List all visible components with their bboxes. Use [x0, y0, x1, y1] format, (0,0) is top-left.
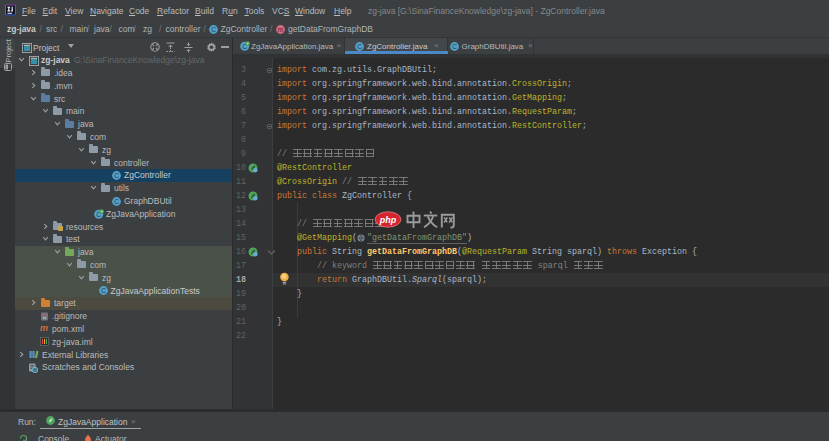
svg-text:C: C: [357, 42, 362, 49]
svg-text:C: C: [211, 25, 216, 32]
svg-text:C: C: [114, 172, 119, 179]
svg-text:m: m: [278, 25, 283, 32]
svg-text:C: C: [452, 42, 457, 49]
svg-text:php: php: [379, 215, 397, 225]
svg-text:C: C: [114, 197, 119, 204]
svg-text:C: C: [101, 287, 106, 294]
svg-text:Project: Project: [4, 38, 13, 62]
